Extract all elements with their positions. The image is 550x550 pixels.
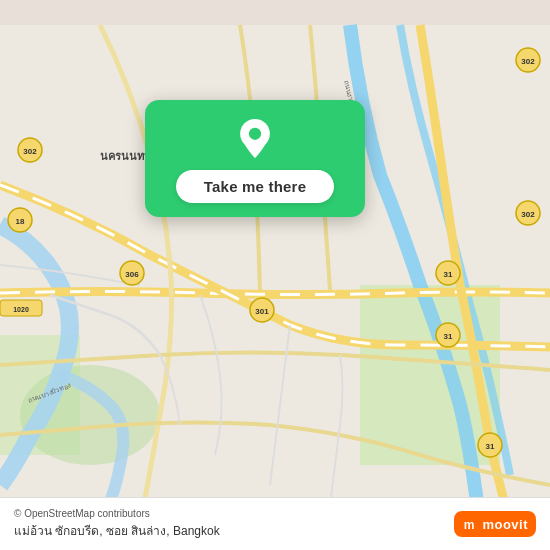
svg-text:306: 306	[125, 270, 139, 279]
svg-text:1020: 1020	[13, 306, 29, 313]
location-card: Take me there	[145, 100, 365, 217]
svg-text:301: 301	[255, 307, 269, 316]
svg-text:302: 302	[521, 57, 535, 66]
svg-text:302: 302	[23, 147, 37, 156]
svg-text:31: 31	[486, 442, 495, 451]
location-name: แม่อ้วน ซักอบรีด, ซอย สินล่าง, Bangkok	[14, 521, 220, 540]
moovit-badge: m moovit	[454, 511, 536, 537]
bottom-bar: © OpenStreetMap contributors แม่อ้วน ซัก…	[0, 497, 550, 550]
svg-text:302: 302	[521, 210, 535, 219]
take-me-there-button[interactable]: Take me there	[176, 170, 334, 203]
map-background: 302 18 1020 306 301 31 31 302 302 31 นคร…	[0, 0, 550, 550]
moovit-logo-text: moovit	[482, 517, 528, 532]
svg-text:m: m	[464, 518, 475, 532]
svg-point-28	[249, 128, 261, 140]
svg-text:31: 31	[444, 332, 453, 341]
moovit-icon: m	[460, 515, 478, 533]
map-container: 302 18 1020 306 301 31 31 302 302 31 นคร…	[0, 0, 550, 550]
location-pin-icon	[234, 118, 276, 160]
svg-text:18: 18	[16, 217, 25, 226]
map-attribution: © OpenStreetMap contributors	[14, 508, 220, 519]
svg-text:31: 31	[444, 270, 453, 279]
